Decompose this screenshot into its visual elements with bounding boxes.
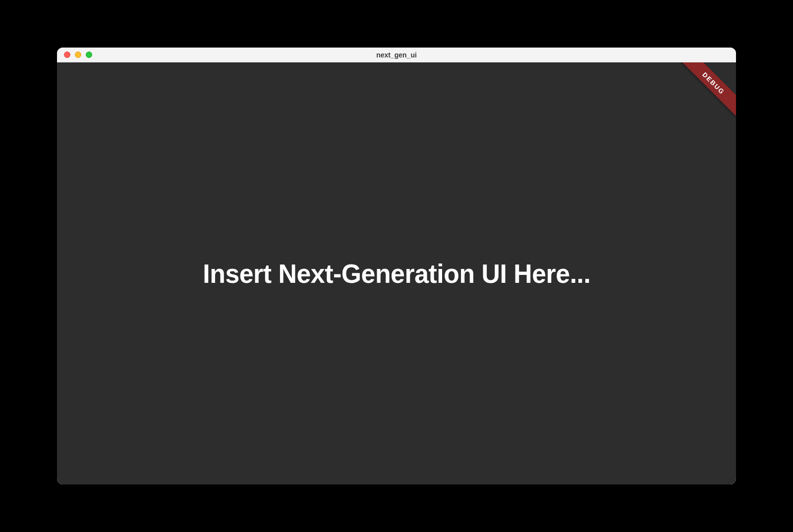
maximize-icon[interactable] [86, 52, 92, 58]
window-controls [57, 52, 92, 58]
app-window: next_gen_ui Insert Next-Generation UI He… [57, 48, 736, 484]
close-icon[interactable] [64, 52, 70, 58]
placeholder-headline: Insert Next-Generation UI Here... [203, 258, 590, 289]
debug-ribbon: DEBUG [667, 62, 736, 132]
content-area: Insert Next-Generation UI Here... DEBUG [57, 62, 736, 484]
titlebar: next_gen_ui [57, 48, 736, 62]
window-title: next_gen_ui [57, 51, 736, 59]
debug-ribbon-label: DEBUG [674, 62, 736, 123]
minimize-icon[interactable] [75, 52, 81, 58]
